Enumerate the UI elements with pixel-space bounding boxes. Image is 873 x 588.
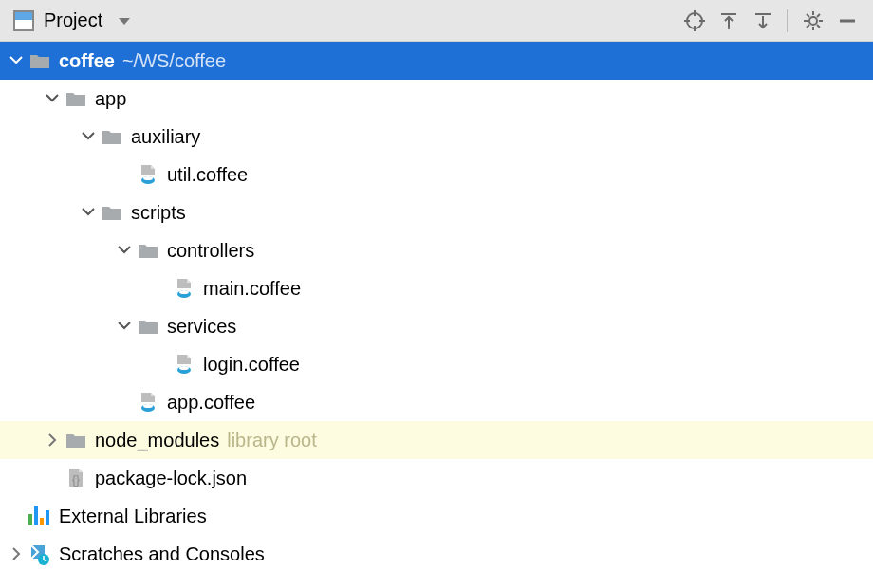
node-label: package-lock.json xyxy=(95,468,247,489)
chevron-down-icon[interactable] xyxy=(116,318,133,335)
node-hint: library root xyxy=(227,430,316,451)
folder-icon xyxy=(101,125,123,148)
project-toolbar: Project xyxy=(0,0,873,42)
tree-node-external-libraries[interactable]: External Libraries xyxy=(0,497,873,535)
node-label: services xyxy=(167,316,236,338)
chevron-down-icon[interactable] xyxy=(44,90,61,107)
tree-node-scripts[interactable]: scripts xyxy=(0,193,873,231)
node-label: External Libraries xyxy=(59,505,207,527)
settings-button[interactable] xyxy=(797,5,829,37)
tree-node-appcoffee[interactable]: app.coffee xyxy=(0,383,873,421)
folder-icon xyxy=(101,201,123,224)
node-label: auxiliary xyxy=(131,126,200,148)
tree-node-auxiliary[interactable]: auxiliary xyxy=(0,118,873,156)
tree-node-app[interactable]: app xyxy=(0,80,873,118)
tree-node-util[interactable]: util.coffee xyxy=(0,156,873,193)
node-label: app xyxy=(95,88,126,110)
coffee-file-icon xyxy=(173,277,195,300)
tree-node-services[interactable]: services xyxy=(0,307,873,345)
node-label: app.coffee xyxy=(167,392,255,413)
coffee-file-icon xyxy=(137,163,159,186)
json-file-icon xyxy=(65,467,87,489)
tree-node-package-lock[interactable]: package-lock.json xyxy=(0,459,873,497)
tree-node-scratches[interactable]: Scratches and Consoles xyxy=(0,535,873,573)
folder-icon xyxy=(28,49,51,72)
scratches-icon xyxy=(28,542,51,565)
chevron-right-icon[interactable] xyxy=(8,545,25,562)
folder-icon xyxy=(65,87,87,110)
chevron-down-icon[interactable] xyxy=(116,242,133,259)
chevron-down-icon[interactable] xyxy=(80,204,97,221)
hide-button[interactable] xyxy=(831,5,864,37)
node-label: login.coffee xyxy=(203,354,300,376)
chevron-down-icon[interactable] xyxy=(8,52,25,69)
tree-node-main[interactable]: main.coffee xyxy=(0,269,873,307)
project-tree: coffee ~/WS/coffee app auxiliary util.co… xyxy=(0,42,873,573)
coffee-file-icon xyxy=(137,391,159,413)
node-label: node_modules xyxy=(95,430,219,451)
node-label: Scratches and Consoles xyxy=(59,543,265,565)
node-label: controllers xyxy=(167,240,254,262)
view-dropdown-icon[interactable] xyxy=(118,9,131,31)
folder-icon xyxy=(137,315,159,338)
coffee-file-icon xyxy=(173,353,195,376)
tree-node-node-modules[interactable]: node_modules library root xyxy=(0,421,873,459)
view-title[interactable]: Project xyxy=(44,9,102,31)
folder-icon xyxy=(137,239,159,262)
tree-node-controllers[interactable]: controllers xyxy=(0,231,873,269)
expand-all-button[interactable] xyxy=(713,5,745,37)
node-label: scripts xyxy=(131,202,186,224)
folder-icon xyxy=(65,429,87,451)
tree-node-login[interactable]: login.coffee xyxy=(0,345,873,383)
libraries-icon xyxy=(28,505,51,527)
project-window-icon xyxy=(13,10,34,31)
node-label: util.coffee xyxy=(167,164,248,186)
toolbar-divider xyxy=(787,9,788,32)
chevron-down-icon[interactable] xyxy=(80,128,97,145)
chevron-right-icon[interactable] xyxy=(44,432,61,449)
collapse-all-button[interactable] xyxy=(747,5,779,37)
node-label: coffee xyxy=(59,50,115,72)
node-hint: ~/WS/coffee xyxy=(122,50,226,72)
tree-node-root[interactable]: coffee ~/WS/coffee xyxy=(0,42,873,80)
node-label: main.coffee xyxy=(203,278,301,300)
locate-button[interactable] xyxy=(678,5,711,37)
